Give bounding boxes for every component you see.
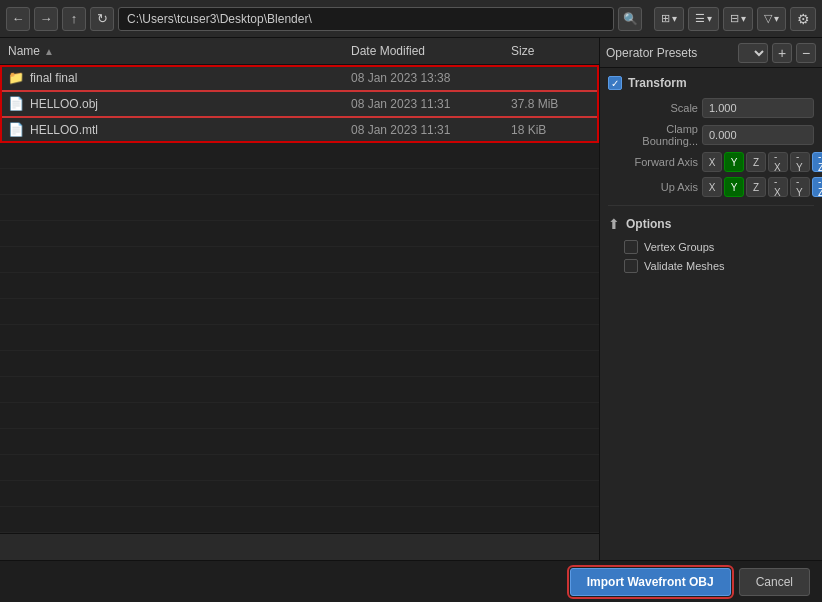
operator-presets-label: Operator Presets <box>606 46 734 60</box>
list-item-empty <box>0 403 599 429</box>
transform-checkbox[interactable]: ✓ <box>608 76 622 90</box>
sort-arrow: ▲ <box>44 46 54 57</box>
file-browser: Name ▲ Date Modified Size 📁 final final … <box>0 38 600 560</box>
forward-axis-label: Forward Axis <box>608 156 698 168</box>
list-item[interactable]: 📁 final final 08 Jan 2023 13:38 <box>0 65 599 91</box>
file-status-bar <box>0 533 599 560</box>
up-neg-x-button[interactable]: -X <box>768 177 788 197</box>
list-item[interactable]: 📄 HELLOO.obj 08 Jan 2023 11:31 37.8 MiB <box>0 91 599 117</box>
list-item-empty <box>0 169 599 195</box>
preset-remove-button[interactable]: − <box>796 43 816 63</box>
list-item-empty <box>0 221 599 247</box>
list-view-button[interactable]: ☰ ▾ <box>688 7 719 31</box>
list-item[interactable]: 📄 HELLOO.mtl 08 Jan 2023 11:31 18 KiB <box>0 117 599 143</box>
list-item-empty <box>0 429 599 455</box>
list-item-empty <box>0 351 599 377</box>
list-item-empty <box>0 273 599 299</box>
operator-presets-dropdown[interactable] <box>738 43 768 63</box>
forward-neg-z-button[interactable]: -Z <box>812 152 822 172</box>
forward-button[interactable]: → <box>34 7 58 31</box>
file-date: 08 Jan 2023 11:31 <box>351 97 511 111</box>
options-title: Options <box>626 217 671 231</box>
refresh-button[interactable]: ↻ <box>90 7 114 31</box>
size-column-header[interactable]: Size <box>511 44 591 58</box>
transform-title: Transform <box>628 76 687 90</box>
vertex-groups-row: Vertex Groups <box>608 240 814 254</box>
list-item-empty <box>0 299 599 325</box>
scale-value[interactable]: 1.000 <box>702 98 814 118</box>
vertex-groups-checkbox[interactable] <box>624 240 638 254</box>
clamp-value[interactable]: 0.000 <box>702 125 814 145</box>
file-size: 18 KiB <box>511 123 591 137</box>
list-item-empty <box>0 325 599 351</box>
up-neg-z-button[interactable]: -Z <box>812 177 822 197</box>
top-toolbar: ← → ↑ ↻ 🔍 ⊞ ▾ ☰ ▾ ⊟ ▾ ▽ ▾ ⚙ <box>0 0 822 38</box>
file-icon: 📄 <box>8 96 26 111</box>
validate-meshes-row: Validate Meshes <box>608 259 814 273</box>
up-z-button[interactable]: Z <box>746 177 766 197</box>
forward-axis-row: Forward Axis X Y Z -X -Y -Z <box>608 152 814 172</box>
file-name: final final <box>30 71 351 85</box>
settings-button[interactable]: ⚙ <box>790 7 816 31</box>
view-controls: ⊞ ▾ ☰ ▾ ⊟ ▾ ▽ ▾ ⚙ <box>654 7 816 31</box>
forward-z-button[interactable]: Z <box>746 152 766 172</box>
folder-icon: 📁 <box>8 70 26 85</box>
clamp-label: Clamp Bounding... <box>608 123 698 147</box>
up-axis-buttons: X Y Z -X -Y -Z <box>702 177 822 197</box>
right-panel-content: ✓ Transform Scale 1.000 Clamp Bounding..… <box>600 68 822 560</box>
forward-neg-y-button[interactable]: -Y <box>790 152 810 172</box>
up-y-button[interactable]: Y <box>724 177 744 197</box>
list-item-empty <box>0 377 599 403</box>
up-axis-label: Up Axis <box>608 181 698 193</box>
preset-add-button[interactable]: + <box>772 43 792 63</box>
validate-meshes-label: Validate Meshes <box>644 260 725 272</box>
separator <box>608 205 814 206</box>
transform-section-header: ✓ Transform <box>608 76 814 90</box>
list-item-empty <box>0 455 599 481</box>
right-panel: Operator Presets + − ✓ Transform Scale 1… <box>600 38 822 560</box>
cancel-button[interactable]: Cancel <box>739 568 810 596</box>
file-icon: 📄 <box>8 122 26 137</box>
forward-y-button[interactable]: Y <box>724 152 744 172</box>
forward-x-button[interactable]: X <box>702 152 722 172</box>
date-column-header[interactable]: Date Modified <box>351 44 511 58</box>
scale-row: Scale 1.000 <box>608 98 814 118</box>
file-date: 08 Jan 2023 13:38 <box>351 71 511 85</box>
file-name: HELLOO.obj <box>30 97 351 111</box>
back-button[interactable]: ← <box>6 7 30 31</box>
list-item-empty <box>0 143 599 169</box>
options-section: ⬆ Options Vertex Groups Validate Meshes <box>608 216 814 273</box>
options-header[interactable]: ⬆ Options <box>608 216 814 232</box>
forward-neg-x-button[interactable]: -X <box>768 152 788 172</box>
list-item-empty <box>0 247 599 273</box>
clamp-row: Clamp Bounding... 0.000 <box>608 123 814 147</box>
column-headers: Name ▲ Date Modified Size <box>0 38 599 65</box>
options-icon: ⬆ <box>608 216 620 232</box>
address-bar[interactable] <box>118 7 614 31</box>
validate-meshes-checkbox[interactable] <box>624 259 638 273</box>
up-x-button[interactable]: X <box>702 177 722 197</box>
list-item-empty <box>0 195 599 221</box>
file-name: HELLOO.mtl <box>30 123 351 137</box>
file-date: 08 Jan 2023 11:31 <box>351 123 511 137</box>
operator-presets-bar: Operator Presets + − <box>600 38 822 68</box>
file-size: 37.8 MiB <box>511 97 591 111</box>
vertex-groups-label: Vertex Groups <box>644 241 714 253</box>
up-neg-y-button[interactable]: -Y <box>790 177 810 197</box>
import-button[interactable]: Import Wavefront OBJ <box>570 568 731 596</box>
bottom-action-bar: Import Wavefront OBJ Cancel <box>0 560 822 602</box>
forward-axis-buttons: X Y Z -X -Y -Z <box>702 152 822 172</box>
file-list: 📁 final final 08 Jan 2023 13:38 📄 HELLOO… <box>0 65 599 533</box>
main-area: Name ▲ Date Modified Size 📁 final final … <box>0 38 822 560</box>
up-axis-row: Up Axis X Y Z -X -Y -Z <box>608 177 814 197</box>
thumbnail-button[interactable]: ⊟ ▾ <box>723 7 753 31</box>
scale-label: Scale <box>608 102 698 114</box>
filter-button[interactable]: ▽ ▾ <box>757 7 786 31</box>
search-button[interactable]: 🔍 <box>618 7 642 31</box>
up-button[interactable]: ↑ <box>62 7 86 31</box>
grid-view-button[interactable]: ⊞ ▾ <box>654 7 684 31</box>
list-item-empty <box>0 507 599 533</box>
name-column-header[interactable]: Name ▲ <box>8 44 351 58</box>
list-item-empty <box>0 481 599 507</box>
